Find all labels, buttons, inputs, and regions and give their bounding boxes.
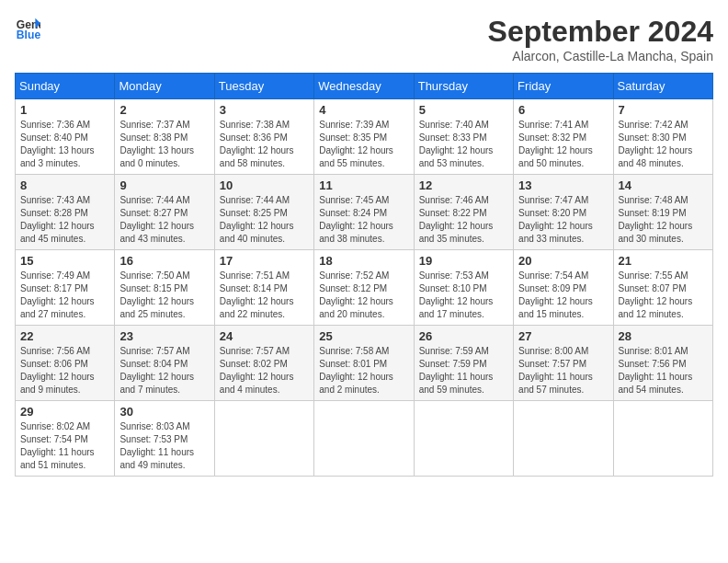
day-number: 5 <box>419 103 508 117</box>
day-detail: Sunrise: 7:42 AM Sunset: 8:30 PM Dayligh… <box>619 119 708 170</box>
day-cell: 12 Sunrise: 7:46 AM Sunset: 8:22 PM Dayl… <box>414 175 513 250</box>
day-detail: Sunrise: 7:39 AM Sunset: 8:35 PM Dayligh… <box>319 119 408 170</box>
week-row-2: 8 Sunrise: 7:43 AM Sunset: 8:28 PM Dayli… <box>16 175 713 250</box>
day-detail: Sunrise: 7:50 AM Sunset: 8:15 PM Dayligh… <box>119 270 209 321</box>
day-detail: Sunrise: 7:52 AM Sunset: 8:12 PM Dayligh… <box>319 270 408 321</box>
day-cell: 11 Sunrise: 7:45 AM Sunset: 8:24 PM Dayl… <box>314 175 414 250</box>
day-number: 26 <box>419 329 508 343</box>
day-detail: Sunrise: 7:49 AM Sunset: 8:17 PM Dayligh… <box>20 270 109 321</box>
day-cell <box>414 401 513 477</box>
day-cell: 7 Sunrise: 7:42 AM Sunset: 8:30 PM Dayli… <box>613 99 712 175</box>
day-cell: 4 Sunrise: 7:39 AM Sunset: 8:35 PM Dayli… <box>314 99 414 175</box>
logo-icon: General Blue <box>15 15 40 40</box>
day-number: 24 <box>220 329 309 343</box>
day-cell: 21 Sunrise: 7:55 AM Sunset: 8:07 PM Dayl… <box>613 250 712 326</box>
day-detail: Sunrise: 7:44 AM Sunset: 8:25 PM Dayligh… <box>220 194 309 246</box>
day-detail: Sunrise: 8:02 AM Sunset: 7:54 PM Dayligh… <box>20 420 109 472</box>
day-cell: 16 Sunrise: 7:50 AM Sunset: 8:15 PM Dayl… <box>115 250 214 326</box>
day-cell: 28 Sunrise: 8:01 AM Sunset: 7:56 PM Dayl… <box>613 326 712 401</box>
day-detail: Sunrise: 7:56 AM Sunset: 8:06 PM Dayligh… <box>20 345 109 396</box>
header: General Blue September 2024 Alarcon, Cas… <box>15 15 713 63</box>
day-detail: Sunrise: 7:59 AM Sunset: 7:59 PM Dayligh… <box>419 345 508 396</box>
day-number: 28 <box>619 329 708 343</box>
calendar-table: SundayMondayTuesdayWednesdayThursdayFrid… <box>15 73 713 477</box>
day-number: 23 <box>119 329 209 343</box>
day-cell: 1 Sunrise: 7:36 AM Sunset: 8:40 PM Dayli… <box>16 99 115 175</box>
day-number: 19 <box>419 254 508 268</box>
day-detail: Sunrise: 7:44 AM Sunset: 8:27 PM Dayligh… <box>119 194 209 246</box>
day-detail: Sunrise: 8:00 AM Sunset: 7:57 PM Dayligh… <box>518 345 608 396</box>
day-cell <box>514 401 613 477</box>
day-detail: Sunrise: 7:48 AM Sunset: 8:19 PM Dayligh… <box>619 194 708 246</box>
day-cell: 14 Sunrise: 7:48 AM Sunset: 8:19 PM Dayl… <box>613 175 712 250</box>
day-number: 3 <box>220 103 309 117</box>
day-number: 29 <box>20 405 109 419</box>
day-detail: Sunrise: 8:01 AM Sunset: 7:56 PM Dayligh… <box>619 345 708 396</box>
day-detail: Sunrise: 8:03 AM Sunset: 7:53 PM Dayligh… <box>119 420 209 472</box>
day-detail: Sunrise: 7:38 AM Sunset: 8:36 PM Dayligh… <box>220 119 309 170</box>
day-detail: Sunrise: 7:43 AM Sunset: 8:28 PM Dayligh… <box>20 194 109 246</box>
day-cell <box>214 401 313 477</box>
day-cell: 29 Sunrise: 8:02 AM Sunset: 7:54 PM Dayl… <box>16 401 115 477</box>
weekday-header-thursday: Thursday <box>414 74 513 99</box>
day-cell: 22 Sunrise: 7:56 AM Sunset: 8:06 PM Dayl… <box>16 326 115 401</box>
weekday-header-saturday: Saturday <box>613 74 712 99</box>
day-number: 17 <box>220 254 309 268</box>
day-detail: Sunrise: 7:53 AM Sunset: 8:10 PM Dayligh… <box>419 270 508 321</box>
day-cell: 9 Sunrise: 7:44 AM Sunset: 8:27 PM Dayli… <box>115 175 214 250</box>
day-detail: Sunrise: 7:46 AM Sunset: 8:22 PM Dayligh… <box>419 194 508 246</box>
weekday-header-friday: Friday <box>514 74 613 99</box>
day-cell: 20 Sunrise: 7:54 AM Sunset: 8:09 PM Dayl… <box>514 250 613 326</box>
day-cell: 2 Sunrise: 7:37 AM Sunset: 8:38 PM Dayli… <box>115 99 214 175</box>
day-cell: 13 Sunrise: 7:47 AM Sunset: 8:20 PM Dayl… <box>514 175 613 250</box>
day-number: 7 <box>619 103 708 117</box>
day-detail: Sunrise: 7:58 AM Sunset: 8:01 PM Dayligh… <box>319 345 408 396</box>
day-detail: Sunrise: 7:37 AM Sunset: 8:38 PM Dayligh… <box>119 119 209 170</box>
day-number: 13 <box>518 178 608 192</box>
day-number: 18 <box>319 254 408 268</box>
weekday-header-sunday: Sunday <box>16 74 115 99</box>
day-number: 9 <box>119 178 209 192</box>
day-detail: Sunrise: 7:51 AM Sunset: 8:14 PM Dayligh… <box>220 270 309 321</box>
day-number: 11 <box>319 178 408 192</box>
day-number: 21 <box>619 254 708 268</box>
weekday-header-monday: Monday <box>115 74 214 99</box>
day-detail: Sunrise: 7:41 AM Sunset: 8:32 PM Dayligh… <box>518 119 608 170</box>
day-number: 8 <box>20 178 109 192</box>
day-number: 2 <box>119 103 209 117</box>
day-number: 20 <box>518 254 608 268</box>
title-block: September 2024 Alarcon, Castille-La Manc… <box>488 15 713 63</box>
day-cell: 23 Sunrise: 7:57 AM Sunset: 8:04 PM Dayl… <box>115 326 214 401</box>
day-detail: Sunrise: 7:57 AM Sunset: 8:02 PM Dayligh… <box>220 345 309 396</box>
day-cell: 30 Sunrise: 8:03 AM Sunset: 7:53 PM Dayl… <box>115 401 214 477</box>
day-number: 14 <box>619 178 708 192</box>
day-cell: 8 Sunrise: 7:43 AM Sunset: 8:28 PM Dayli… <box>16 175 115 250</box>
day-number: 15 <box>20 254 109 268</box>
day-cell: 6 Sunrise: 7:41 AM Sunset: 8:32 PM Dayli… <box>514 99 613 175</box>
location: Alarcon, Castille-La Mancha, Spain <box>488 49 713 63</box>
day-number: 22 <box>20 329 109 343</box>
day-number: 25 <box>319 329 408 343</box>
day-cell <box>314 401 414 477</box>
day-number: 6 <box>518 103 608 117</box>
day-cell: 5 Sunrise: 7:40 AM Sunset: 8:33 PM Dayli… <box>414 99 513 175</box>
day-number: 10 <box>220 178 309 192</box>
week-row-3: 15 Sunrise: 7:49 AM Sunset: 8:17 PM Dayl… <box>16 250 713 326</box>
day-cell: 25 Sunrise: 7:58 AM Sunset: 8:01 PM Dayl… <box>314 326 414 401</box>
day-detail: Sunrise: 7:45 AM Sunset: 8:24 PM Dayligh… <box>319 194 408 246</box>
day-cell: 18 Sunrise: 7:52 AM Sunset: 8:12 PM Dayl… <box>314 250 414 326</box>
day-cell: 10 Sunrise: 7:44 AM Sunset: 8:25 PM Dayl… <box>214 175 313 250</box>
day-cell: 17 Sunrise: 7:51 AM Sunset: 8:14 PM Dayl… <box>214 250 313 326</box>
day-cell: 27 Sunrise: 8:00 AM Sunset: 7:57 PM Dayl… <box>514 326 613 401</box>
week-row-1: 1 Sunrise: 7:36 AM Sunset: 8:40 PM Dayli… <box>16 99 713 175</box>
week-row-4: 22 Sunrise: 7:56 AM Sunset: 8:06 PM Dayl… <box>16 326 713 401</box>
day-detail: Sunrise: 7:47 AM Sunset: 8:20 PM Dayligh… <box>518 194 608 246</box>
day-cell: 19 Sunrise: 7:53 AM Sunset: 8:10 PM Dayl… <box>414 250 513 326</box>
day-detail: Sunrise: 7:57 AM Sunset: 8:04 PM Dayligh… <box>119 345 209 396</box>
day-number: 4 <box>319 103 408 117</box>
day-detail: Sunrise: 7:36 AM Sunset: 8:40 PM Dayligh… <box>20 119 109 170</box>
month-title: September 2024 <box>488 15 713 49</box>
day-cell: 26 Sunrise: 7:59 AM Sunset: 7:59 PM Dayl… <box>414 326 513 401</box>
day-number: 1 <box>20 103 109 117</box>
day-number: 30 <box>119 405 209 419</box>
